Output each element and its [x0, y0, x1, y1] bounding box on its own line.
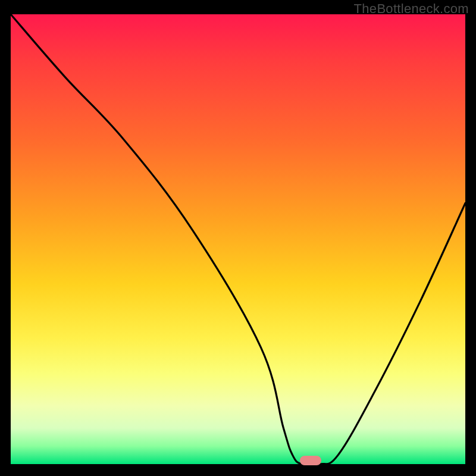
series-curve: [11, 14, 465, 465]
plot-area: [11, 14, 465, 464]
curve-layer: [11, 14, 465, 464]
optimum-marker: [300, 456, 321, 465]
chart-frame: TheBottleneck.com: [0, 0, 476, 476]
